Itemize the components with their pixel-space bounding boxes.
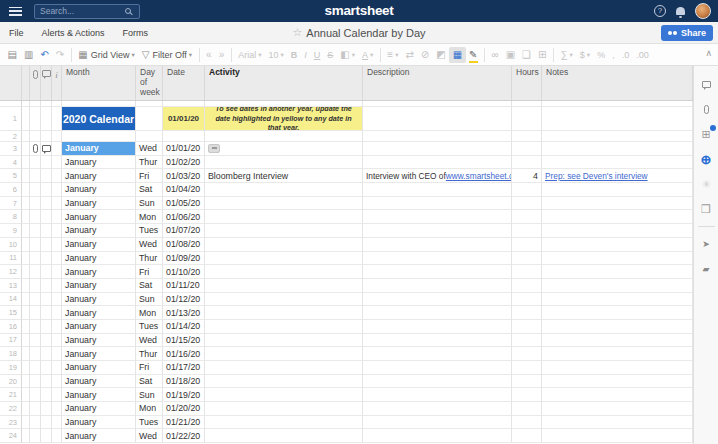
cell-month[interactable]: January [62,293,136,307]
column-header-month[interactable]: Month [62,66,136,100]
cell-day-of-week[interactable]: Wed [136,429,163,443]
cell-hours[interactable] [512,388,542,402]
cell-description[interactable] [363,347,512,361]
cell-month[interactable]: January [62,306,136,320]
comment-cell[interactable] [41,224,52,238]
cell-month[interactable]: January [62,320,136,334]
cell-notes[interactable] [542,306,693,320]
cell-activity[interactable] [205,347,363,361]
cell-month[interactable]: January [62,252,136,266]
cell-day-of-week[interactable]: Fri [136,169,163,183]
smartsheet-link[interactable]: www.smartsheet.com [446,171,512,181]
devens-interview-link[interactable]: Prep: see Deven's interview [545,171,648,181]
attachments-column-header[interactable] [30,66,41,100]
cell-date[interactable]: 01/21/20 [163,416,205,430]
share-button[interactable]: Share [661,25,713,41]
cell-day-of-week[interactable]: Sat [136,279,163,293]
cell-month[interactable]: January [62,169,136,183]
row-number[interactable]: 23 [0,416,22,430]
cell-date[interactable]: 01/11/20 [163,279,205,293]
column-header-hours[interactable]: Hours [512,66,542,100]
comment-cell[interactable] [41,238,52,252]
cell-month[interactable]: January [62,197,136,211]
cell-day-of-week[interactable]: Sat [136,183,163,197]
cell-notes[interactable] [542,361,693,375]
cell-activity[interactable] [205,320,363,334]
row-number[interactable]: 8 [0,210,22,224]
font-size-select[interactable]: 10▾ [265,47,287,63]
row-number[interactable]: 3 [0,142,22,156]
cell-date[interactable]: 01/10/20 [163,265,205,279]
cell-hours[interactable] [512,238,542,252]
cell-activity[interactable] [205,293,363,307]
cell-hours[interactable] [512,131,542,142]
cell-description[interactable] [363,416,512,430]
cell-hours[interactable] [512,279,542,293]
attachment-cell[interactable] [30,183,41,197]
attachment-cell[interactable] [30,238,41,252]
cell-date[interactable]: 01/14/20 [163,320,205,334]
summary-panel-icon[interactable]: ❒ [694,197,718,222]
cell-day-of-week[interactable]: Sat [136,375,163,389]
attachment-cell[interactable] [30,388,41,402]
cell-date[interactable]: 01/08/20 [163,238,205,252]
comment-cell[interactable] [41,375,52,389]
row-number[interactable]: 12 [0,265,22,279]
cell-activity[interactable] [205,210,363,224]
cell-description[interactable] [363,279,512,293]
row-number[interactable]: 4 [0,156,22,170]
cell-activity[interactable] [205,279,363,293]
fill-color-button[interactable]: ◧▾ [337,47,359,63]
cell-day-of-week[interactable]: Thur [136,252,163,266]
row-number[interactable]: 21 [0,388,22,402]
attachment-cell[interactable] [30,402,41,416]
cell-date[interactable]: 01/01/20 [163,142,205,156]
favorite-star-icon[interactable]: ☆ [292,26,302,39]
cell-notes[interactable] [542,388,693,402]
comment-indicator-icon[interactable] [42,145,51,152]
cell-day-of-week[interactable]: Fri [136,361,163,375]
cell-day-of-week[interactable]: Tues [136,416,163,430]
cell-notes[interactable] [542,293,693,307]
comment-cell[interactable] [41,197,52,211]
attachment-cell[interactable] [30,293,41,307]
attachment-cell[interactable] [30,142,41,156]
cell-activity[interactable] [205,361,363,375]
attachment-cell[interactable] [30,429,41,443]
comment-cell[interactable] [41,388,52,402]
cell-date[interactable]: 01/17/20 [163,361,205,375]
comment-cell[interactable] [41,210,52,224]
cell-notes[interactable] [542,252,693,266]
cell-hours[interactable] [512,306,542,320]
cell-activity[interactable] [205,265,363,279]
row-number[interactable]: 6 [0,183,22,197]
cell-hours[interactable] [512,156,542,170]
decrease-decimal-button[interactable]: .00 [633,47,653,63]
cell-hours[interactable] [512,293,542,307]
attachment-cell[interactable] [30,306,41,320]
comment-cell[interactable] [41,183,52,197]
attachment-cell[interactable] [30,169,41,183]
menu-file[interactable]: File [0,28,33,38]
cell-notes[interactable] [542,210,693,224]
cell-description[interactable] [363,197,512,211]
cell-date[interactable]: 01/07/20 [163,224,205,238]
cell-month[interactable]: January [62,224,136,238]
attachment-cell[interactable] [30,265,41,279]
cell-date[interactable]: 01/09/20 [163,252,205,266]
increase-decimal-button[interactable]: .0 [618,47,633,63]
cell-hours[interactable] [512,375,542,389]
cell-sheet-year-title[interactable]: 2020 Calendar [62,107,136,131]
undo-button[interactable]: ↶ [37,47,52,63]
italic-button[interactable]: I [301,47,311,63]
row-number[interactable]: 20 [0,375,22,389]
comment-cell[interactable] [41,279,52,293]
cell-day-of-week[interactable]: Mon [136,306,163,320]
cell-day-of-week[interactable]: Tues [136,320,163,334]
cell-month[interactable]: January [62,142,136,156]
row-number[interactable]: 22 [0,402,22,416]
attachment-cell[interactable] [30,375,41,389]
cell-date[interactable]: 01/03/20 [163,169,205,183]
cell-day-of-week[interactable]: Tues [136,224,163,238]
notifications-bell-icon[interactable] [676,7,685,15]
